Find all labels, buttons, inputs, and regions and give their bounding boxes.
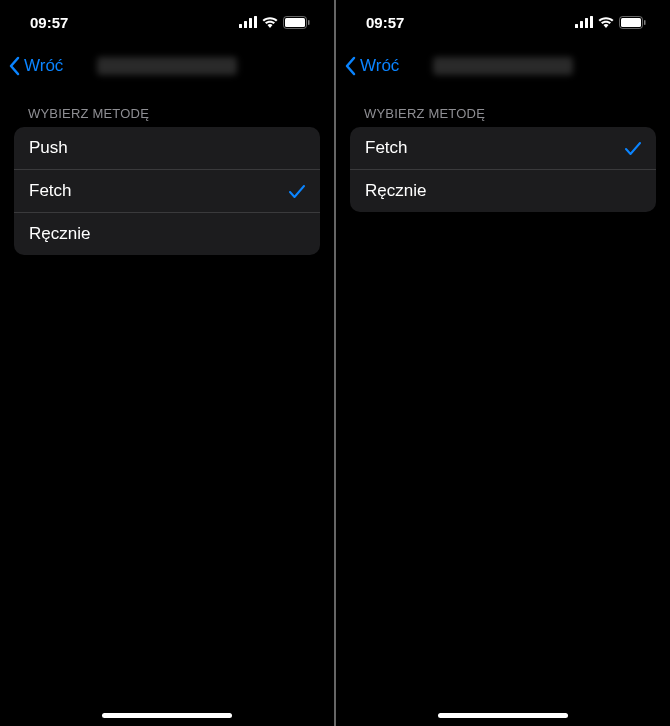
svg-rect-3 xyxy=(254,16,257,28)
method-list: Push Fetch Ręcznie xyxy=(14,127,320,255)
phone-right: 09:57 Wróć WYBIERZ METODĘ Fetch xyxy=(336,0,670,726)
status-time: 09:57 xyxy=(30,14,68,31)
status-indicators xyxy=(239,16,310,29)
battery-icon xyxy=(283,16,310,29)
method-option-push[interactable]: Push xyxy=(14,127,320,170)
back-button[interactable]: Wróć xyxy=(8,56,63,76)
svg-rect-12 xyxy=(621,18,641,27)
wifi-icon xyxy=(262,16,278,28)
back-label: Wróć xyxy=(360,56,399,76)
svg-rect-9 xyxy=(585,18,588,28)
svg-rect-13 xyxy=(644,20,646,25)
home-indicator[interactable] xyxy=(102,713,232,718)
svg-rect-6 xyxy=(308,20,310,25)
back-button[interactable]: Wróć xyxy=(344,56,399,76)
status-time: 09:57 xyxy=(366,14,404,31)
section-header: WYBIERZ METODĘ xyxy=(0,88,334,127)
svg-rect-10 xyxy=(590,16,593,28)
nav-title-redacted xyxy=(97,57,237,75)
nav-title-redacted xyxy=(433,57,573,75)
status-bar: 09:57 xyxy=(0,0,334,44)
battery-icon xyxy=(619,16,646,29)
back-label: Wróć xyxy=(24,56,63,76)
option-label: Fetch xyxy=(29,181,72,201)
cellular-icon xyxy=(575,16,593,28)
option-label: Ręcznie xyxy=(365,181,426,201)
chevron-left-icon xyxy=(344,56,356,76)
option-label: Fetch xyxy=(365,138,408,158)
svg-rect-5 xyxy=(285,18,305,27)
status-indicators xyxy=(575,16,646,29)
svg-rect-7 xyxy=(575,24,578,28)
wifi-icon xyxy=(598,16,614,28)
section-header: WYBIERZ METODĘ xyxy=(336,88,670,127)
option-label: Push xyxy=(29,138,68,158)
option-label: Ręcznie xyxy=(29,224,90,244)
method-option-manual[interactable]: Ręcznie xyxy=(350,170,656,212)
checkmark-icon xyxy=(289,184,305,199)
checkmark-icon xyxy=(625,141,641,156)
cellular-icon xyxy=(239,16,257,28)
svg-rect-2 xyxy=(249,18,252,28)
chevron-left-icon xyxy=(8,56,20,76)
svg-rect-8 xyxy=(580,21,583,28)
svg-rect-1 xyxy=(244,21,247,28)
method-option-fetch[interactable]: Fetch xyxy=(350,127,656,170)
home-indicator[interactable] xyxy=(438,713,568,718)
phone-left: 09:57 Wróć WYBIERZ METODĘ Push Fetch xyxy=(0,0,334,726)
nav-bar: Wróć xyxy=(336,44,670,88)
method-option-manual[interactable]: Ręcznie xyxy=(14,213,320,255)
nav-bar: Wróć xyxy=(0,44,334,88)
status-bar: 09:57 xyxy=(336,0,670,44)
svg-rect-0 xyxy=(239,24,242,28)
method-list: Fetch Ręcznie xyxy=(350,127,656,212)
method-option-fetch[interactable]: Fetch xyxy=(14,170,320,213)
